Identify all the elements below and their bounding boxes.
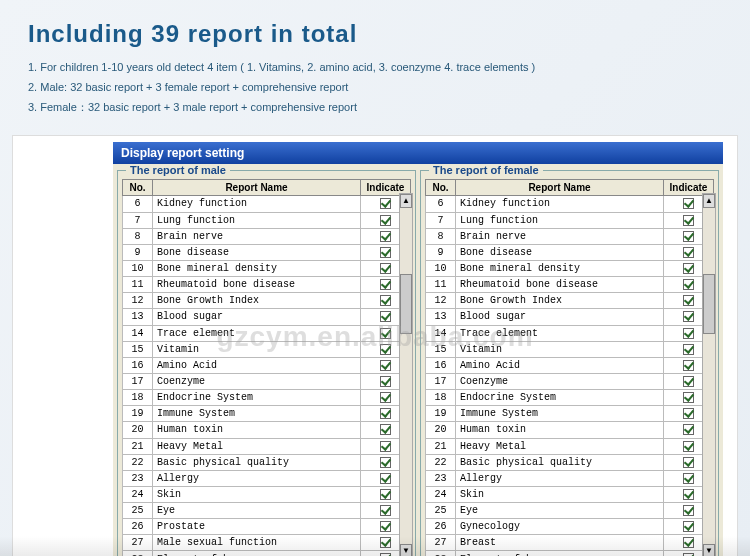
col-no[interactable]: No. <box>123 180 153 196</box>
checkbox-checked-icon[interactable] <box>380 424 391 435</box>
checkbox-checked-icon[interactable] <box>683 457 694 468</box>
table-row[interactable]: 8Brain nerve <box>426 228 714 244</box>
checkbox-checked-icon[interactable] <box>683 263 694 274</box>
table-row[interactable]: 9Bone disease <box>426 244 714 260</box>
checkbox-checked-icon[interactable] <box>683 441 694 452</box>
checkbox-checked-icon[interactable] <box>683 376 694 387</box>
checkbox-checked-icon[interactable] <box>380 231 391 242</box>
male-report-group: The report of male No. Report Name Indic… <box>117 170 416 556</box>
table-row[interactable]: 11Rheumatoid bone disease <box>426 277 714 293</box>
table-row[interactable]: 25Eye <box>426 503 714 519</box>
checkbox-checked-icon[interactable] <box>380 344 391 355</box>
table-row[interactable]: 6Kidney function <box>123 196 411 212</box>
table-row[interactable]: 17Coenzyme <box>426 373 714 389</box>
row-name: Amino Acid <box>153 357 361 373</box>
table-row[interactable]: 13Blood sugar <box>123 309 411 325</box>
table-row[interactable]: 10Bone mineral density <box>426 260 714 276</box>
table-row[interactable]: 7Lung function <box>123 212 411 228</box>
checkbox-checked-icon[interactable] <box>380 376 391 387</box>
table-row[interactable]: 13Blood sugar <box>426 309 714 325</box>
table-row[interactable]: 14Trace element <box>426 325 714 341</box>
table-row[interactable]: 17Coenzyme <box>123 373 411 389</box>
scroll-thumb[interactable] <box>400 274 412 334</box>
checkbox-checked-icon[interactable] <box>380 311 391 322</box>
checkbox-checked-icon[interactable] <box>683 295 694 306</box>
table-row[interactable]: 19Immune System <box>426 406 714 422</box>
table-row[interactable]: 11Rheumatoid bone disease <box>123 277 411 293</box>
col-name[interactable]: Report Name <box>456 180 664 196</box>
checkbox-checked-icon[interactable] <box>683 505 694 516</box>
table-row[interactable]: 15Vitamin <box>123 341 411 357</box>
checkbox-checked-icon[interactable] <box>380 263 391 274</box>
row-name: Lung function <box>456 212 664 228</box>
table-row[interactable]: 14Trace element <box>123 325 411 341</box>
checkbox-checked-icon[interactable] <box>380 328 391 339</box>
table-row[interactable]: 20Human toxin <box>426 422 714 438</box>
table-row[interactable]: 16Amino Acid <box>426 357 714 373</box>
table-row[interactable]: 9Bone disease <box>123 244 411 260</box>
table-row[interactable]: 23Allergy <box>123 470 411 486</box>
table-row[interactable]: 22Basic physical quality <box>123 454 411 470</box>
checkbox-checked-icon[interactable] <box>380 457 391 468</box>
table-row[interactable]: 6Kidney function <box>426 196 714 212</box>
scroll-thumb[interactable] <box>703 274 715 334</box>
checkbox-checked-icon[interactable] <box>380 505 391 516</box>
checkbox-checked-icon[interactable] <box>683 489 694 500</box>
checkbox-checked-icon[interactable] <box>683 231 694 242</box>
checkbox-checked-icon[interactable] <box>380 392 391 403</box>
table-row[interactable]: 21Heavy Metal <box>123 438 411 454</box>
checkbox-checked-icon[interactable] <box>683 392 694 403</box>
checkbox-checked-icon[interactable] <box>683 247 694 258</box>
checkbox-checked-icon[interactable] <box>683 344 694 355</box>
checkbox-checked-icon[interactable] <box>380 408 391 419</box>
checkbox-checked-icon[interactable] <box>683 215 694 226</box>
table-row[interactable]: 10Bone mineral density <box>123 260 411 276</box>
checkbox-checked-icon[interactable] <box>380 441 391 452</box>
table-row[interactable]: 19Immune System <box>123 406 411 422</box>
table-row[interactable]: 18Endocrine System <box>123 390 411 406</box>
checkbox-checked-icon[interactable] <box>683 424 694 435</box>
checkbox-checked-icon[interactable] <box>683 198 694 209</box>
male-scrollbar[interactable]: ▲ ▼ <box>399 193 413 556</box>
table-row[interactable]: 26Prostate <box>123 519 411 535</box>
checkbox-checked-icon[interactable] <box>380 198 391 209</box>
checkbox-checked-icon[interactable] <box>380 295 391 306</box>
table-row[interactable]: 25Eye <box>123 503 411 519</box>
table-row[interactable]: 24Skin <box>123 486 411 502</box>
row-no: 16 <box>426 357 456 373</box>
col-no[interactable]: No. <box>426 180 456 196</box>
female-scrollbar[interactable]: ▲ ▼ <box>702 193 716 556</box>
checkbox-checked-icon[interactable] <box>380 360 391 371</box>
checkbox-checked-icon[interactable] <box>683 521 694 532</box>
scroll-up-icon[interactable]: ▲ <box>703 194 715 208</box>
checkbox-checked-icon[interactable] <box>380 489 391 500</box>
table-row[interactable]: 18Endocrine System <box>426 390 714 406</box>
table-row[interactable]: 7Lung function <box>426 212 714 228</box>
checkbox-checked-icon[interactable] <box>683 360 694 371</box>
checkbox-checked-icon[interactable] <box>683 311 694 322</box>
table-row[interactable]: 22Basic physical quality <box>426 454 714 470</box>
table-row[interactable]: 24Skin <box>426 486 714 502</box>
bottom-shadow <box>0 536 750 556</box>
table-row[interactable]: 8Brain nerve <box>123 228 411 244</box>
table-row[interactable]: 23Allergy <box>426 470 714 486</box>
checkbox-checked-icon[interactable] <box>380 279 391 290</box>
checkbox-checked-icon[interactable] <box>380 473 391 484</box>
table-row[interactable]: 15Vitamin <box>426 341 714 357</box>
table-row[interactable]: 26Gynecology <box>426 519 714 535</box>
checkbox-checked-icon[interactable] <box>380 247 391 258</box>
table-row[interactable]: 20Human toxin <box>123 422 411 438</box>
table-row[interactable]: 12Bone Growth Index <box>426 293 714 309</box>
checkbox-checked-icon[interactable] <box>683 279 694 290</box>
checkbox-checked-icon[interactable] <box>683 408 694 419</box>
col-name[interactable]: Report Name <box>153 180 361 196</box>
checkbox-checked-icon[interactable] <box>380 521 391 532</box>
table-row[interactable]: 16Amino Acid <box>123 357 411 373</box>
scroll-up-icon[interactable]: ▲ <box>400 194 412 208</box>
checkbox-checked-icon[interactable] <box>683 473 694 484</box>
checkbox-checked-icon[interactable] <box>380 215 391 226</box>
table-row[interactable]: 21Heavy Metal <box>426 438 714 454</box>
table-row[interactable]: 12Bone Growth Index <box>123 293 411 309</box>
row-name: Kidney function <box>456 196 664 212</box>
checkbox-checked-icon[interactable] <box>683 328 694 339</box>
